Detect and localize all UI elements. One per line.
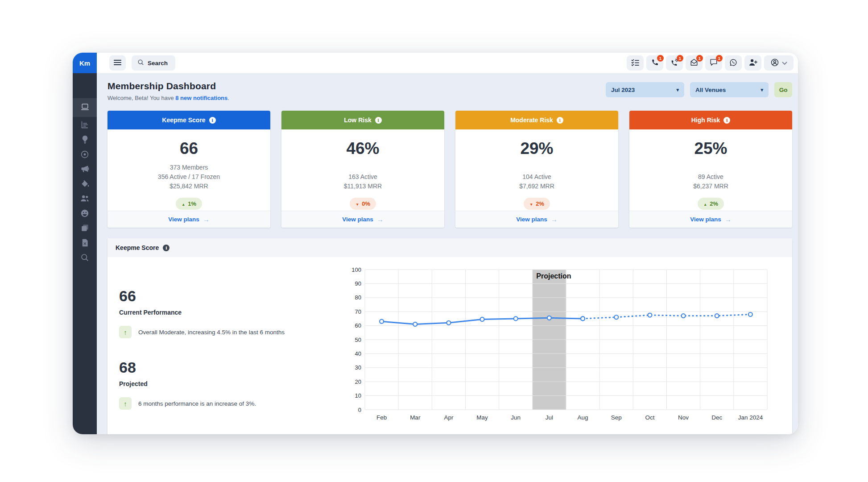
svg-text:60: 60: [355, 322, 361, 329]
whatsapp-button[interactable]: [725, 55, 742, 71]
projected-block: 68 Projected ↑ 6 months performance is a…: [119, 359, 349, 410]
chat-button[interactable]: 1: [705, 55, 722, 71]
keepme-score-card: Keepme Score i 66 373 Members356 Active …: [107, 111, 270, 228]
view-plans-link[interactable]: View plans →: [455, 211, 618, 228]
card-stat-line: 163 Active: [281, 172, 444, 182]
notes-icon: [81, 224, 89, 233]
sidebar-item-dashboard[interactable]: [73, 98, 97, 117]
top-bar: Km Search: [73, 53, 798, 73]
current-score-value: 66: [119, 287, 349, 305]
sidebar: [73, 73, 97, 434]
svg-text:90: 90: [355, 280, 361, 287]
page-title: Membership Dashboard: [107, 81, 229, 91]
svg-text:70: 70: [355, 308, 361, 315]
sidebar-item-sentiment[interactable]: [73, 207, 97, 221]
info-icon[interactable]: i: [557, 117, 563, 124]
card-body: 25% 89 Active$6,237 MRR 2%: [629, 129, 792, 211]
view-plans-link[interactable]: View plans →: [281, 211, 444, 228]
card-value: 46%: [281, 139, 444, 158]
section-header: Keepme Score i: [107, 238, 792, 257]
card-header: Low Risk i: [281, 111, 444, 129]
sidebar-item-fill[interactable]: [73, 177, 97, 192]
venue-select[interactable]: All Venues ▾: [690, 82, 769, 97]
info-icon[interactable]: i: [723, 117, 730, 124]
mail-button[interactable]: 1: [686, 55, 703, 71]
card-title: Low Risk: [344, 116, 371, 124]
sidebar-item-members[interactable]: [73, 192, 97, 207]
card-stat-line: $7,692 MRR: [455, 182, 618, 191]
section-title: Keepme Score: [116, 244, 159, 251]
info-icon[interactable]: i: [163, 245, 169, 251]
svg-text:Nov: Nov: [678, 414, 689, 421]
brand-logo[interactable]: Km: [73, 53, 97, 73]
sidebar-search-icon: [81, 253, 89, 263]
card-stats: 373 Members356 Active / 17 Frozen$25,842…: [107, 162, 270, 191]
view-plans-link[interactable]: View plans →: [107, 211, 270, 228]
arrow-up-icon: ↑: [119, 326, 132, 338]
card-value: 66: [107, 139, 270, 158]
hamburger-menu-button[interactable]: [109, 55, 126, 71]
view-plans-label: View plans: [342, 216, 373, 223]
card-value: 29%: [455, 139, 618, 158]
current-score-label: Current Performance: [119, 309, 349, 316]
view-plans-label: View plans: [516, 216, 547, 223]
search-button[interactable]: Search: [132, 55, 175, 71]
card-stat-line: 89 Active: [629, 172, 792, 182]
svg-text:Apr: Apr: [444, 414, 454, 421]
card-stat-line: 373 Members: [107, 163, 270, 172]
page-header: Membership Dashboard Welcome, Beta! You …: [97, 73, 798, 101]
svg-text:May: May: [476, 414, 488, 421]
sidebar-item-campaigns[interactable]: [73, 162, 97, 177]
notifications-link[interactable]: 8 new notifications: [175, 95, 227, 101]
sidebar-item-target[interactable]: [73, 148, 97, 162]
svg-text:50: 50: [355, 337, 361, 343]
stat-cards-row: Keepme Score i 66 373 Members356 Active …: [97, 101, 798, 228]
delta-value: 1%: [188, 200, 196, 207]
card-stats: 163 Active$11,913 MRR: [281, 162, 444, 191]
svg-text:Dec: Dec: [711, 414, 722, 421]
smiley-icon: [81, 209, 89, 219]
sidebar-item-analytics[interactable]: [73, 118, 97, 133]
sidebar-item-search[interactable]: [73, 251, 97, 266]
card-header: Keepme Score i: [107, 111, 270, 129]
main-content: Membership Dashboard Welcome, Beta! You …: [97, 73, 798, 434]
lightbulb-icon: [82, 135, 88, 145]
card-stat-line: $11,913 MRR: [281, 182, 444, 191]
info-icon[interactable]: i: [209, 117, 216, 124]
note-text: 6 months performance is an increase of 3…: [138, 400, 256, 407]
card-body: 29% 104 Active$7,692 MRR 2%: [455, 129, 618, 211]
venue-caret-icon: ▾: [761, 87, 763, 93]
card-title: Keepme Score: [162, 116, 205, 124]
phone-call-button[interactable]: 1: [666, 55, 683, 71]
go-button[interactable]: Go: [774, 82, 792, 97]
current-performance-block: 66 Current Performance ↑ Overall Moderat…: [119, 287, 349, 338]
delta-value: 2%: [536, 200, 544, 207]
add-user-button[interactable]: [744, 55, 761, 71]
delta-arrow-icon: [355, 200, 359, 207]
delta-pill: 1%: [176, 198, 202, 210]
projected-score-label: Projected: [119, 380, 349, 387]
chat-badge: 1: [716, 55, 723, 62]
svg-text:Jun: Jun: [511, 414, 521, 421]
sidebar-item-reports[interactable]: [73, 236, 97, 251]
svg-text:Sep: Sep: [611, 414, 622, 421]
sidebar-item-notes[interactable]: [73, 221, 97, 236]
card-body: 46% 163 Active$11,913 MRR 0%: [281, 129, 444, 211]
info-icon[interactable]: i: [375, 117, 382, 124]
account-icon: [770, 58, 779, 68]
projected-score-note: ↑ 6 months performance is an increase of…: [119, 397, 349, 410]
period-select-value: Jul 2023: [611, 87, 635, 93]
card-header: Moderate Risk i: [455, 111, 618, 129]
view-plans-link[interactable]: View plans →: [629, 211, 792, 228]
filter-controls: Jul 2023 ▾ All Venues ▾ Go: [606, 82, 792, 97]
svg-text:10: 10: [355, 392, 361, 399]
period-select[interactable]: Jul 2023 ▾: [606, 82, 684, 97]
keepme-score-section: Keepme Score i 66 Current Performance ↑ …: [107, 238, 792, 434]
card-stat-line: $6,237 MRR: [629, 182, 792, 191]
phone-button[interactable]: 1: [646, 55, 663, 71]
tasks-checklist-button[interactable]: [627, 55, 644, 71]
account-menu-button[interactable]: [764, 55, 794, 71]
sidebar-item-insights[interactable]: [73, 133, 97, 148]
card-title: High Risk: [691, 116, 720, 124]
view-plans-label: View plans: [690, 216, 721, 223]
